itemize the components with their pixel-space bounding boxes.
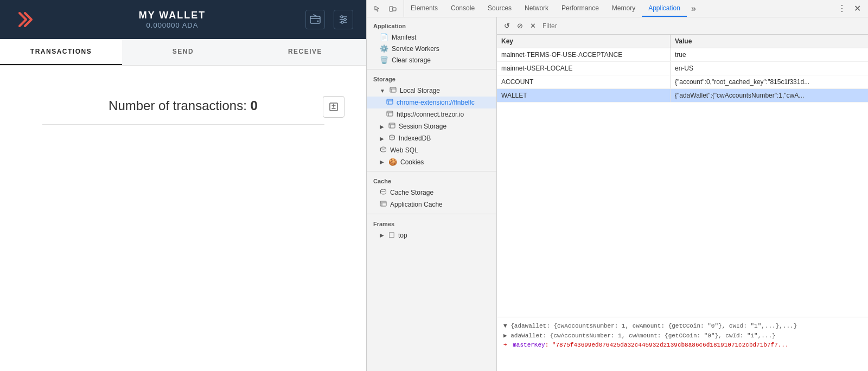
tab-console[interactable]: Console [444,0,481,17]
tab-memory[interactable]: Memory [605,0,642,17]
app-cache-icon [380,200,387,209]
svg-rect-0 [310,16,320,23]
cell-key-0: mainnet-TERMS-OF-USE-ACCEPTANCE [497,48,671,61]
tab-performance[interactable]: Performance [555,0,605,17]
sidebar-section-frames: Frames [367,218,496,229]
cell-value-0: true [671,48,868,61]
table-row[interactable]: WALLET {"adaWallet":{"cwAccountsNumber":… [497,89,868,103]
svg-rect-17 [387,111,393,116]
storage-table: Key Value mainnet-TERMS-OF-USE-ACCEPTANC… [497,35,868,317]
tx-divider [42,124,324,125]
svg-rect-11 [390,87,396,92]
preview-line-1: ▼ {adaWallet: {cwAccountsNumber: 1, cwAm… [503,322,861,331]
session-storage-icon [388,122,395,131]
cache-storage-label: Cache Storage [390,189,433,196]
sidebar-item-app-cache[interactable]: Application Cache [367,199,496,210]
more-tabs-button[interactable]: » [687,0,700,17]
sidebar-item-manifest[interactable]: 📄 Manifest [367,31,496,43]
app-panel: MY WALLET 0.000000 ADA [0,0,366,371]
send-wallet-icon[interactable] [305,10,325,29]
sidebar-item-service-workers[interactable]: ⚙️ Service Workers [367,43,496,54]
sidebar-item-session-storage[interactable]: ▶ Session Storage [367,120,496,132]
device-toolbar-icon[interactable] [386,2,399,15]
cache-storage-icon [380,188,387,197]
session-storage-label: Session Storage [399,123,446,130]
settings-icon[interactable] [334,10,353,29]
cookies-expand-icon: ▶ [380,159,384,165]
frames-top-icon: ☐ [388,231,395,239]
table-row[interactable]: mainnet-TERMS-OF-USE-ACCEPTANCE true [497,48,868,62]
devtools-toolbar-right: ⋮ ✕ [831,2,868,15]
customize-devtools-icon[interactable]: ⋮ [835,2,848,15]
tab-elements[interactable]: Elements [404,0,444,17]
devtools-panel: Elements Console Sources Network Perform… [366,0,868,371]
cache-divider [367,171,496,171]
indexeddb-icon [388,134,395,143]
filter-bar: ↺ ⊘ ✕ [497,17,868,35]
local-storage-icon [390,86,397,95]
cookies-icon: 🍪 [388,158,397,166]
sidebar-item-clear-storage[interactable]: 🗑️ Clear storage [367,54,496,66]
svg-point-1 [317,21,319,22]
app-logo [13,7,39,33]
chrome-ext-icon [386,98,393,107]
web-sql-icon [380,146,387,155]
sidebar-item-trezor[interactable]: https://connect.trezor.io [367,108,496,120]
sidebar-item-chrome-extension[interactable]: chrome-extension://ffnbelfc [367,97,496,108]
table-header: Key Value [497,35,868,48]
tab-send[interactable]: SEND [122,39,244,65]
sidebar-item-web-sql[interactable]: Web SQL [367,144,496,156]
close-devtools-icon[interactable]: ✕ [851,2,864,15]
session-storage-expand-icon: ▶ [380,124,384,130]
filter-bar-icons: ↺ ⊘ ✕ [501,21,538,31]
cell-value-3: {"adaWallet":{"cwAccountsNumber":1,"cwA.… [671,89,868,102]
sidebar-item-cookies[interactable]: ▶ 🍪 Cookies [367,156,496,168]
storage-divider [367,69,496,69]
svg-rect-26 [380,201,386,206]
clear-filter-icon[interactable]: ✕ [527,21,538,31]
indexeddb-expand-icon: ▶ [380,136,384,142]
tx-count-value: 0 [251,98,258,113]
indexeddb-label: IndexedDB [399,135,431,142]
tab-sources[interactable]: Sources [481,0,518,17]
preview-master-key-value: : "7875f43699ed076425da32c445932d2139cb8… [545,342,789,348]
tab-transactions[interactable]: TRANSACTIONS [0,39,122,65]
frames-divider [367,214,496,214]
app-cache-label: Application Cache [390,201,443,208]
tab-application[interactable]: Application [642,0,687,17]
tab-network[interactable]: Network [518,0,555,17]
tx-count-label: Number of transactions: [108,98,247,113]
trezor-label: https://connect.trezor.io [397,111,464,118]
svg-point-24 [381,147,386,149]
devtools-tabs: Elements Console Sources Network Perform… [404,0,831,17]
frames-top-label: top [398,232,407,239]
sidebar-item-cache-storage[interactable]: Cache Storage [367,187,496,199]
svg-rect-10 [393,8,396,11]
sidebar-item-local-storage[interactable]: ▼ Local Storage [367,85,496,97]
preview-arrow-icon: ➔ [503,341,507,350]
app-nav: TRANSACTIONS SEND RECEIVE [0,39,366,66]
cell-key-3: WALLET [497,89,671,102]
sidebar-item-frames-top[interactable]: ▶ ☐ top [367,229,496,241]
table-row[interactable]: ACCOUNT {"account":0,"root_cached_key":"… [497,75,868,89]
svg-rect-14 [387,99,393,104]
svg-point-6 [344,18,346,21]
refresh-icon[interactable]: ↺ [501,21,512,31]
filter-input[interactable] [542,22,864,30]
web-sql-label: Web SQL [390,146,418,154]
tab-receive[interactable]: RECEIVE [244,39,366,65]
export-button[interactable] [323,96,344,118]
inspect-element-icon[interactable] [371,2,384,15]
service-workers-icon: ⚙️ [380,44,388,53]
sidebar-section-application: Application [367,20,496,31]
manifest-icon: 📄 [380,33,388,41]
block-icon[interactable]: ⊘ [514,21,525,31]
table-row[interactable]: mainnet-USER-LOCALE en-US [497,62,868,75]
frames-top-expand-icon: ▶ [380,232,384,238]
devtools-sidebar: Application 📄 Manifest ⚙️ Service Worker… [367,17,497,371]
devtools-body: Application 📄 Manifest ⚙️ Service Worker… [367,17,868,371]
cell-key-1: mainnet-USER-LOCALE [497,62,671,75]
sidebar-item-indexeddb[interactable]: ▶ IndexedDB [367,132,496,144]
devtools-toolbar: Elements Console Sources Network Perform… [367,0,868,17]
cell-value-2: {"account":0,"root_cached_key":"815c1f33… [671,75,868,88]
